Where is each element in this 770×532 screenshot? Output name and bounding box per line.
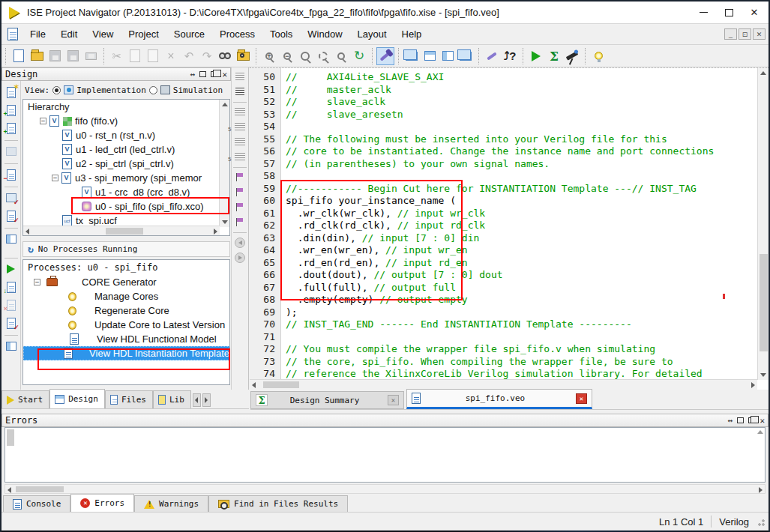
tab-start[interactable]: Start: [1, 390, 49, 408]
code-editor[interactable]: 50// AXI4Lite_SLAVE_S_AXI 51// master_ac…: [250, 67, 769, 390]
scrollbar-thumb[interactable]: [16, 486, 64, 492]
line-wrap-alt-button[interactable]: [232, 135, 247, 149]
tree-row-fifo[interactable]: − V fifo (fifo.v): [23, 114, 229, 128]
tree-row-spi-ctrl[interactable]: V u2 - spi_ctrl (spi_ctrl.v): [23, 157, 229, 171]
close-spi-fifo-veo-button[interactable]: ✕: [576, 393, 587, 404]
zoom-out-button[interactable]: −: [278, 47, 296, 65]
design-properties-button[interactable]: ✓: [3, 190, 19, 206]
close-design-summary-button[interactable]: ✕: [388, 395, 399, 405]
process-columns-button[interactable]: [3, 338, 19, 354]
code-line[interactable]: 59//----------- Begin Cut here for INSTA…: [250, 183, 756, 196]
code-line[interactable]: 65 .rd_en(rd_en), // input rd_en: [250, 257, 756, 270]
scroll-right-arrow[interactable]: [214, 229, 217, 235]
close-button[interactable]: ✕: [742, 4, 767, 22]
new-window-button[interactable]: ✶: [3, 84, 19, 100]
code-line[interactable]: 71: [250, 331, 756, 344]
code-pane[interactable]: 50// AXI4Lite_SLAVE_S_AXI 51// master_ac…: [250, 71, 756, 390]
tab-scroll-right-button[interactable]: [202, 393, 211, 407]
delete-button[interactable]: ×: [162, 47, 180, 65]
code-line[interactable]: 64 .wr_en(wr_en), // input wr_en: [250, 244, 756, 257]
code-line[interactable]: 57// (in parentheses) to your own signal…: [250, 158, 756, 171]
tree-row-rst-n[interactable]: V u0 - rst_n (rst_n.v): [23, 128, 229, 142]
menu-view[interactable]: View: [85, 26, 121, 42]
code-line[interactable]: 53// slave_aresetn: [250, 109, 756, 121]
tab-design[interactable]: Design: [49, 389, 105, 408]
analyze-button[interactable]: [563, 47, 581, 65]
design-summary-button[interactable]: Σ: [545, 47, 563, 65]
paste-button[interactable]: [144, 47, 162, 65]
open-file-button[interactable]: [28, 47, 46, 65]
arrange-windows-button[interactable]: [457, 47, 475, 65]
errors-horizontal-scrollbar[interactable]: [4, 484, 766, 494]
add-source-button[interactable]: +: [3, 102, 19, 118]
tile-vertical-button[interactable]: [439, 47, 457, 65]
panel-maximize-button[interactable]: [737, 417, 744, 423]
scroll-left-arrow[interactable]: [25, 229, 29, 235]
menu-window[interactable]: Window: [300, 26, 349, 42]
line-numbers-alt-button[interactable]: [232, 150, 247, 164]
implementation-radio[interactable]: [52, 86, 61, 94]
code-line[interactable]: 54: [250, 121, 756, 133]
code-line[interactable]: 58: [250, 170, 756, 183]
undo-button[interactable]: ↶: [180, 47, 198, 65]
tile-horizontal-button[interactable]: [421, 47, 439, 65]
collapse-icon[interactable]: −: [52, 175, 58, 181]
new-file-button[interactable]: [10, 47, 28, 65]
menu-layout[interactable]: Layout: [350, 26, 394, 42]
maximize-button[interactable]: [716, 4, 742, 22]
tab-find-in-files-results[interactable]: Find in Files Results: [208, 495, 348, 512]
scrollbar-thumb[interactable]: [263, 381, 299, 388]
scroll-down-arrow[interactable]: [222, 220, 228, 224]
mdi-restore-button[interactable]: ⊡: [739, 28, 751, 40]
code-line[interactable]: 66 .dout(dout), // output [7 : 0] dout: [250, 269, 756, 282]
mdi-minimize-button[interactable]: _: [724, 28, 737, 40]
tab-design-summary[interactable]: Σ Design Summary ✕: [250, 391, 404, 409]
find-button[interactable]: [216, 47, 234, 65]
code-line[interactable]: 55// The following must be inserted into…: [250, 133, 756, 146]
rerun-all-button[interactable]: ✓: [3, 315, 19, 331]
zoom-in-button[interactable]: +: [260, 47, 278, 65]
panel-restore-button[interactable]: [748, 417, 755, 423]
context-help-button[interactable]: ⤴?: [501, 47, 519, 65]
menu-process[interactable]: Process: [212, 26, 262, 42]
menu-help[interactable]: Help: [394, 26, 430, 42]
tree-row-spi-fifo-core[interactable]: u0 - spi_fifo (spi_fifo.xco): [23, 199, 229, 214]
scroll-down-arrow[interactable]: [760, 373, 766, 377]
run-button[interactable]: [527, 47, 545, 65]
editor-vertical-scrollbar[interactable]: [757, 68, 769, 380]
new-core-button[interactable]: [3, 143, 19, 160]
tip-button[interactable]: [589, 47, 607, 65]
code-line[interactable]: 56// core to be instantiated. Change the…: [250, 145, 756, 158]
edit-tool-button[interactable]: [376, 47, 394, 65]
tree-row-spi-memory[interactable]: − V u3 - spi_memory (spi_memor: [23, 171, 229, 185]
code-line[interactable]: 61 .wr_clk(wr_clk), // input wr_clk: [250, 208, 756, 220]
process-row-core-generator[interactable]: − CORE Generator: [23, 275, 229, 289]
menu-source[interactable]: Source: [166, 26, 212, 42]
editor-horizontal-scrollbar[interactable]: [250, 379, 757, 390]
toggle-columns-button[interactable]: [3, 231, 19, 247]
resize-grip[interactable]: [755, 516, 766, 527]
code-line[interactable]: 50// AXI4Lite_SLAVE_S_AXI: [250, 71, 756, 84]
run-process-button[interactable]: [3, 261, 19, 277]
zoom-region-button[interactable]: [314, 47, 332, 65]
code-line[interactable]: 69);: [250, 306, 756, 319]
hierarchy-horizontal-scrollbar[interactable]: [23, 226, 220, 235]
scrollbar-thumb[interactable]: [760, 254, 768, 351]
menu-project[interactable]: Project: [121, 26, 166, 42]
errors-output-area[interactable]: [4, 427, 766, 483]
menu-tools[interactable]: Tools: [262, 26, 300, 42]
panel-maximize-button[interactable]: [199, 71, 206, 77]
nav-back-button[interactable]: [232, 235, 247, 250]
remove-source-button[interactable]: −: [3, 166, 19, 183]
toggle-bookmark-button[interactable]: [232, 170, 247, 184]
mdi-close-button[interactable]: ✕: [753, 28, 766, 40]
print-button[interactable]: [82, 47, 100, 65]
panel-restore-button[interactable]: [211, 71, 217, 77]
code-line[interactable]: 60spi_fifo your_instance_name (: [250, 195, 756, 208]
process-row-view-hdl-functional-model[interactable]: View HDL Functional Model: [23, 332, 229, 346]
panel-float-button[interactable]: ↔: [728, 416, 733, 426]
line-wrap-button[interactable]: [232, 105, 247, 119]
scroll-right-arrow[interactable]: [751, 382, 755, 388]
process-row-update-core[interactable]: Update Core to Latest Version: [23, 318, 229, 332]
indent-button[interactable]: [232, 85, 247, 99]
